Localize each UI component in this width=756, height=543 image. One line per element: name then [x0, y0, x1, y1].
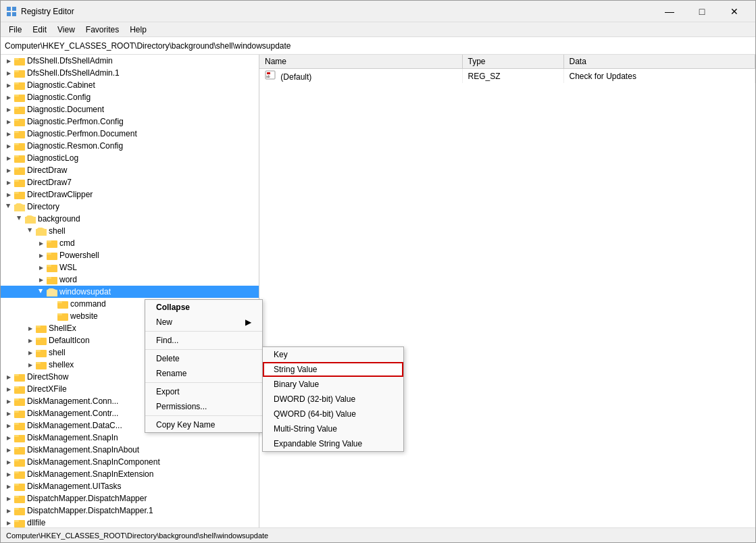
submenu-multistring-value[interactable]: Multi-String Value: [263, 421, 403, 436]
svg-rect-42: [47, 265, 51, 267]
expand-arrow: ▶: [3, 432, 14, 443]
tree-item[interactable]: ▶ Diagnostic.Cabinet: [1, 79, 259, 91]
tree-label: website: [70, 311, 98, 321]
reg-value-icon: ab: [265, 70, 276, 80]
close-button[interactable]: ✕: [719, 1, 750, 22]
submenu-qword-value[interactable]: QWORD (64-bit) Value: [263, 407, 403, 421]
tree-item[interactable]: ▶ Diagnostic.Resmon.Config: [1, 140, 259, 152]
ctx-find[interactable]: Find...: [145, 333, 262, 348]
tree-item[interactable]: ▶ Diagnostic.Perfmon.Config: [1, 115, 259, 128]
tree-item-word[interactable]: ▶ word: [1, 274, 259, 286]
tree-item[interactable]: ▶ DiagnosticLog: [1, 152, 259, 164]
col-data: Data: [563, 55, 755, 69]
folder-icon: [14, 482, 25, 491]
menu-file[interactable]: File: [3, 24, 27, 36]
folder-icon: [14, 518, 25, 527]
ctx-rename[interactable]: Rename: [145, 366, 262, 381]
tree-label: DiskManagement.SnapInExtension: [27, 469, 153, 479]
tree-label: Diagnostic.Perfmon.Config: [27, 117, 124, 126]
tree-item[interactable]: ▶ DispatchMapper.DispatchMapper.1: [1, 505, 259, 517]
tree-label: shellex: [49, 360, 74, 369]
folder-icon: [14, 153, 25, 163]
submenu-binary-value-label: Binary Value: [274, 380, 319, 389]
svg-rect-30: [14, 205, 25, 211]
svg-rect-13: [14, 107, 19, 109]
folder-icon: [47, 275, 57, 284]
tree-label: DiagnosticLog: [27, 153, 78, 163]
expand-arrow: ▶: [3, 444, 14, 455]
expand-arrow: ▶: [3, 104, 14, 115]
ctx-copy-key-name[interactable]: Copy Key Name: [145, 417, 262, 432]
registry-editor-window: Registry Editor — □ ✕ File Edit View Fav…: [0, 0, 756, 543]
folder-icon: [36, 360, 47, 369]
svg-rect-2: [7, 12, 11, 16]
tree-item[interactable]: ▶ DispatchMapper.DispatchMapper: [1, 492, 259, 505]
ctx-new[interactable]: New ▶: [145, 315, 262, 330]
ctx-rename-label: Rename: [156, 369, 186, 378]
ctx-permissions[interactable]: Permissions...: [145, 399, 262, 414]
ctx-collapse[interactable]: Collapse: [145, 300, 262, 315]
tree-item[interactable]: ▶ DirectDraw7: [1, 176, 259, 188]
ctx-export[interactable]: Export: [145, 384, 262, 399]
menu-edit[interactable]: Edit: [27, 24, 52, 36]
submenu-qword-value-label: QWORD (64-bit) Value: [274, 409, 356, 419]
tree-item-windowsupdate[interactable]: ▶ windowsupdat: [1, 286, 259, 298]
svg-rect-25: [14, 180, 19, 182]
tree-item-background[interactable]: ▶ background: [1, 213, 259, 225]
svg-text:ab: ab: [266, 74, 270, 78]
tree-item[interactable]: ▶ DfsShell.DfsShellAdmin: [1, 55, 259, 67]
menu-favorites[interactable]: Favorites: [80, 24, 124, 36]
tree-item[interactable]: ▶ DirectDrawClipper: [1, 188, 259, 201]
svg-rect-53: [36, 326, 41, 328]
tree-item[interactable]: ▶ dllfile: [1, 517, 259, 527]
table-row[interactable]: ab (Default) REG_SZ Check for Updates: [259, 69, 755, 84]
folder-icon: [14, 457, 25, 467]
tree-item-directory[interactable]: ▶ Directory: [1, 201, 259, 213]
tree-item-wsl[interactable]: ▶ WSL: [1, 261, 259, 274]
tree-item[interactable]: ▶ DiskManagement.SnapInComponent: [1, 456, 259, 468]
tree-item[interactable]: ▶ Diagnostic.Document: [1, 103, 259, 115]
tree-item-cmd[interactable]: ▶ cmd: [1, 237, 259, 249]
tree-item[interactable]: ▶ Diagnostic.Perfmon.Document: [1, 128, 259, 140]
svg-rect-61: [14, 374, 19, 376]
svg-rect-17: [14, 131, 19, 133]
tree-label: DiskManagement.UITasks: [27, 482, 121, 491]
tree-item[interactable]: ▶ DiskManagement.SnapInAbout: [1, 444, 259, 456]
submenu-dword-value[interactable]: DWORD (32-bit) Value: [263, 392, 403, 407]
tree-panel[interactable]: ▶ DfsShell.DfsShellAdmin ▶ DfsShell.DfsS…: [1, 55, 259, 527]
context-menu: Collapse New ▶ Find... Delete Rename Exp…: [145, 299, 263, 433]
tree-label: DiskManagement.SnapIn: [27, 433, 118, 442]
submenu-expandable-string-value[interactable]: Expandable String Value: [263, 436, 403, 451]
tree-item[interactable]: ▶ Diagnostic.Config: [1, 91, 259, 103]
menu-view[interactable]: View: [52, 24, 80, 36]
tree-label: DiskManagement.SnapInComponent: [27, 457, 160, 467]
expand-arrow: ▶: [3, 68, 14, 78]
submenu-key[interactable]: Key: [263, 347, 403, 362]
tree-item-shell-bg[interactable]: ▶ shell: [1, 225, 259, 237]
tree-label: DirectDrawClipper: [27, 190, 93, 199]
ctx-copy-key-name-label: Copy Key Name: [156, 420, 215, 430]
tree-item[interactable]: ▶ DiskManagement.SnapInExtension: [1, 468, 259, 480]
menu-help[interactable]: Help: [124, 24, 152, 36]
expand-arrow: ▶: [25, 347, 36, 358]
submenu-binary-value[interactable]: Binary Value: [263, 377, 403, 392]
tree-item[interactable]: ▶ DirectDraw: [1, 164, 259, 176]
tree-item[interactable]: ▶ DfsShell.DfsShellAdmin.1: [1, 67, 259, 79]
window-title: Registry Editor: [21, 7, 654, 16]
tree-label: DispatchMapper.DispatchMapper: [27, 494, 147, 503]
submenu: Key String Value Binary Value DWORD (32-…: [262, 346, 404, 452]
submenu-string-value[interactable]: String Value: [263, 362, 403, 377]
minimize-button[interactable]: —: [654, 1, 685, 22]
maximize-button[interactable]: □: [686, 1, 717, 22]
tree-label: Diagnostic.Config: [27, 93, 91, 102]
ctx-delete[interactable]: Delete: [145, 351, 262, 366]
folder-icon: [14, 80, 25, 90]
svg-rect-65: [14, 398, 19, 400]
tree-item-powershell[interactable]: ▶ Powershell: [1, 249, 259, 261]
tree-label: cmd: [59, 238, 75, 248]
folder-icon: [14, 433, 25, 442]
folder-icon: [36, 336, 47, 345]
tree-item[interactable]: ▶ DiskManagement.SnapIn: [1, 432, 259, 444]
ctx-new-label: New: [156, 317, 172, 327]
tree-item[interactable]: ▶ DiskManagement.UITasks: [1, 480, 259, 492]
